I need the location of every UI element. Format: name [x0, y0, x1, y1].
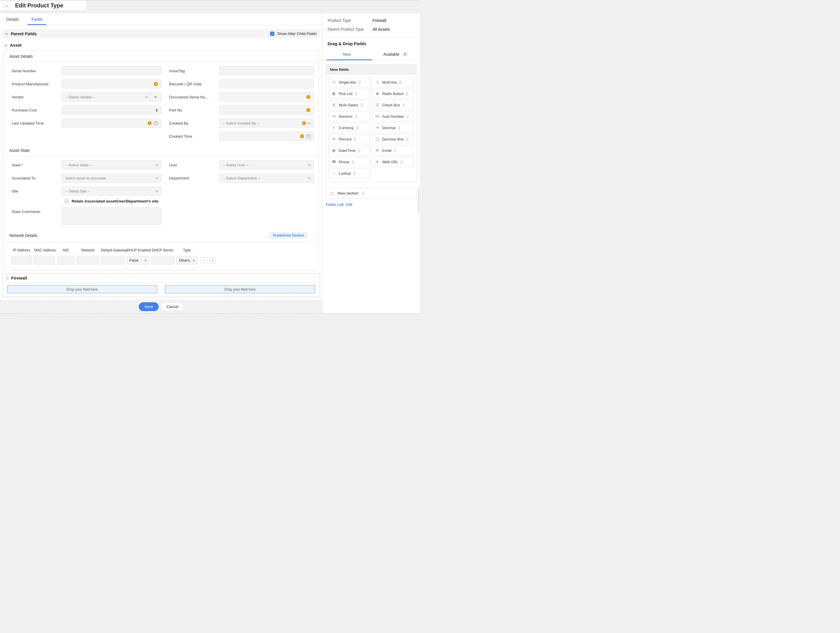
add-row-button[interactable]: + [209, 257, 216, 264]
network-input[interactable] [77, 256, 99, 264]
col-mac-address: MAC Address [34, 245, 55, 256]
parent-product-type-label: Parent Product Type [328, 27, 373, 32]
drag-handle-icon[interactable] [352, 160, 354, 164]
sidebar-scrollbar[interactable] [418, 188, 420, 213]
tab-new[interactable]: New [322, 49, 371, 60]
department-select[interactable]: -- Select Department -- [219, 174, 314, 183]
field-type-single-line[interactable]: ▭Single-line [329, 77, 370, 87]
discovered-serial-input[interactable]: i [219, 92, 314, 101]
field-type-pick-list[interactable]: ▣Pick List [329, 89, 370, 98]
remove-row-button[interactable]: − [201, 257, 207, 264]
drag-handle-icon[interactable] [406, 115, 409, 118]
cancel-button[interactable]: Cancel [161, 302, 183, 311]
drag-handle-icon[interactable] [400, 160, 403, 164]
form-footer: Save Cancel [0, 300, 322, 314]
field-type-web-url[interactable]: ⊕Web URL [372, 157, 414, 167]
field-type-phone[interactable]: ☎Phone [329, 157, 370, 167]
dhcp-server-input[interactable] [151, 256, 174, 264]
assettag-input[interactable] [219, 66, 314, 75]
field-type-multi-select[interactable]: ≣Multi-Select [329, 100, 370, 110]
field-drop-zone[interactable]: Drop your field here [165, 285, 315, 294]
chevron-down-icon [145, 95, 148, 98]
field-type-lookup[interactable]: ⌕Lookup [329, 168, 370, 178]
drag-handle-icon[interactable] [394, 149, 396, 152]
type-select[interactable]: Others [176, 256, 197, 264]
field-type-decimal[interactable]: .00Decimal [372, 123, 414, 133]
mac-address-input[interactable] [34, 256, 55, 264]
drag-handle-icon[interactable] [398, 126, 400, 129]
drag-handle-icon[interactable] [354, 137, 356, 141]
drag-handle-icon[interactable] [399, 81, 402, 84]
field-drop-zone[interactable]: Drop your field here [7, 285, 157, 294]
info-icon[interactable]: i [306, 108, 310, 112]
phone-icon: ☎ [331, 160, 336, 164]
drag-handle-icon[interactable] [358, 149, 360, 152]
serial-number-input[interactable] [62, 66, 161, 75]
nic-input[interactable] [57, 256, 75, 264]
state-select[interactable]: -- Select State -- [62, 160, 161, 169]
info-icon[interactable]: i [302, 121, 306, 125]
field-type-currency[interactable]: ¤Currency [329, 123, 370, 133]
drag-handle-icon[interactable] [362, 191, 364, 195]
info-icon[interactable]: i [300, 134, 304, 138]
drag-handle-icon[interactable] [406, 137, 409, 141]
user-select[interactable]: -- Select User -- [219, 160, 314, 169]
vendor-select[interactable]: -- Select Vendor -- + [62, 92, 161, 101]
drag-handle-icon[interactable] [356, 126, 358, 129]
info-icon[interactable]: i [306, 95, 310, 99]
drag-handle-icon[interactable] [353, 172, 356, 175]
tab-fields[interactable]: Fields [31, 17, 43, 25]
purchase-cost-input[interactable]: $ [62, 106, 161, 115]
created-by-select[interactable]: -- Select Created By -- i [219, 118, 314, 128]
barcode-qr-input[interactable] [219, 79, 314, 88]
field-type-auto-number[interactable]: №Auto Number [372, 112, 414, 121]
parent-fields-header[interactable]: Parent Fields ✓ Show After Child Fields [2, 29, 321, 38]
drag-handle-icon[interactable] [403, 103, 405, 107]
site-label: Site [12, 189, 62, 193]
field-type-radio-button[interactable]: ◉Radio Button [372, 89, 414, 98]
col-type: Type [176, 245, 197, 256]
show-after-child-fields-checkbox[interactable]: ✓ [270, 32, 275, 36]
associated-to-select[interactable]: Select asset to associate [62, 174, 161, 183]
asset-group-header[interactable]: Asset [5, 43, 321, 47]
info-icon[interactable]: i [148, 121, 152, 125]
drag-handle-icon[interactable] [360, 103, 363, 107]
state-comments-textarea[interactable] [62, 207, 161, 225]
last-updated-time-input[interactable]: i [62, 118, 161, 128]
default-gateway-input[interactable] [101, 256, 125, 264]
dhcp-enabled-select[interactable]: False [127, 256, 149, 264]
field-type-check-box[interactable]: ☑Check Box [372, 100, 414, 110]
part-no-input[interactable]: i [219, 106, 314, 115]
tab-available[interactable]: Available 0 [371, 49, 420, 60]
new-section-item[interactable]: ▢ New section [326, 188, 417, 199]
asset-group-title: Asset [10, 43, 22, 47]
drag-handle-icon[interactable] [355, 92, 357, 96]
calendar-icon[interactable] [306, 134, 310, 138]
chevron-down-icon [155, 163, 158, 166]
field-type-multi-line[interactable]: ▯Multi-line [372, 77, 414, 87]
drag-handle-icon[interactable] [6, 276, 8, 280]
product-manufacturer-input[interactable]: i [62, 79, 161, 88]
save-button[interactable]: Save [139, 302, 159, 311]
add-vendor-button[interactable]: + [150, 93, 161, 101]
calendar-icon[interactable] [154, 122, 158, 125]
info-icon[interactable]: i [154, 82, 158, 86]
drag-handle-icon[interactable] [358, 81, 361, 84]
field-type-decision-box[interactable]: ▢Decision Box [372, 134, 414, 144]
field-type-numeric[interactable]: 123Numeric [329, 112, 370, 121]
field-type-email[interactable]: ✉Email [372, 145, 414, 155]
site-select[interactable]: -- Select Site -- [62, 186, 161, 196]
vendor-label: Vendor [12, 95, 62, 99]
back-button[interactable]: ← [3, 2, 11, 9]
drag-handle-icon[interactable] [406, 92, 408, 96]
drag-handle-icon[interactable] [355, 115, 357, 118]
ip-address-input[interactable] [11, 256, 32, 264]
retain-site-checkbox[interactable] [65, 199, 69, 203]
field-type-date-time[interactable]: ▦Date/Time [329, 145, 370, 155]
asset-details-section-header: Asset Details [4, 51, 319, 62]
created-time-input[interactable]: i [219, 132, 314, 141]
tab-details[interactable]: Details [6, 17, 19, 25]
product-type-label: Product Type [328, 18, 373, 23]
user-label: User [169, 163, 219, 167]
field-type-percent[interactable]: %Percent [329, 134, 370, 144]
